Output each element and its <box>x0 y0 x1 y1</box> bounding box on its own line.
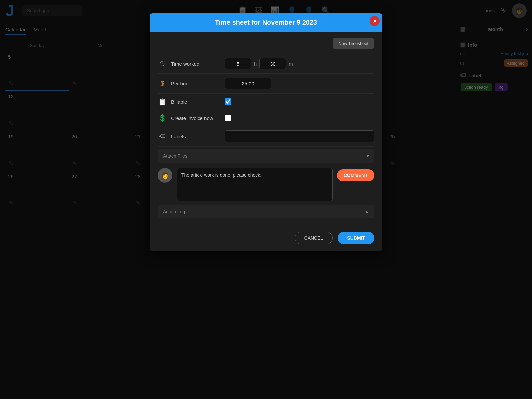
modal-overlay: Time sheet for November 9 2023 ✕ New Tim… <box>0 0 532 399</box>
create-invoice-controls <box>225 115 374 121</box>
modal-footer: CANCEL SUBMIT <box>150 225 382 251</box>
per-hour-row: $ Per hour <box>158 74 374 94</box>
cancel-button[interactable]: CANCEL <box>295 232 333 244</box>
billable-label: Billable <box>171 99 221 105</box>
time-worked-hours-input[interactable] <box>225 58 251 69</box>
submit-button[interactable]: SUBMIT <box>338 232 374 244</box>
labels-label: Labels <box>171 134 221 139</box>
create-invoice-label: Create invoice now <box>171 115 221 121</box>
comment-button[interactable]: COMMENT <box>337 169 374 181</box>
clock-icon: ⏱ <box>158 60 167 67</box>
new-timesheet-button[interactable]: New Timesheet <box>332 38 374 49</box>
per-hour-controls <box>225 78 374 89</box>
labels-controls <box>225 130 374 142</box>
billable-checkbox[interactable] <box>225 98 231 105</box>
per-hour-input[interactable] <box>225 78 271 89</box>
attach-files-row[interactable]: Attach Files ▾ <box>158 149 374 163</box>
time-worked-controls: h m <box>225 58 374 69</box>
dollar-icon: $ <box>158 80 167 87</box>
modal-title: Time sheet for November 9 2023 <box>215 19 317 26</box>
modal-header: Time sheet for November 9 2023 ✕ <box>150 13 382 32</box>
billable-row: 📋 Billable <box>158 94 374 110</box>
time-worked-row: ⏱ Time worked h m <box>158 54 374 74</box>
comment-textarea[interactable]: The article work is done, please check. <box>177 168 332 201</box>
labels-row: 🏷 Labels <box>158 126 374 147</box>
hours-unit: h <box>254 61 257 66</box>
per-hour-label: Per hour <box>171 81 221 86</box>
create-invoice-row: 💲 Create invoice now <box>158 110 374 126</box>
comment-area: 👩 The article work is done, please check… <box>158 168 374 201</box>
time-worked-label: Time worked <box>171 61 221 66</box>
modal-close-button[interactable]: ✕ <box>370 16 380 26</box>
minutes-unit: m <box>289 61 293 66</box>
action-log-chevron: ▲ <box>364 209 369 214</box>
billable-icon: 📋 <box>158 98 167 106</box>
billable-controls <box>225 98 374 105</box>
comment-user-avatar: 👩 <box>158 168 172 183</box>
modal-body: New Timesheet ⏱ Time worked h m $ Per ho… <box>150 32 382 225</box>
create-invoice-checkbox[interactable] <box>225 115 231 121</box>
labels-icon: 🏷 <box>158 133 167 140</box>
timesheet-modal: Time sheet for November 9 2023 ✕ New Tim… <box>150 13 382 251</box>
action-log-row[interactable]: Action Log ▲ <box>158 205 374 218</box>
attach-files-label: Attach Files <box>163 153 187 159</box>
time-worked-minutes-input[interactable] <box>259 58 286 69</box>
action-log-label: Action Log <box>163 209 185 214</box>
invoice-icon: 💲 <box>158 114 167 122</box>
attach-files-chevron: ▾ <box>367 153 369 159</box>
labels-input[interactable] <box>225 130 374 142</box>
